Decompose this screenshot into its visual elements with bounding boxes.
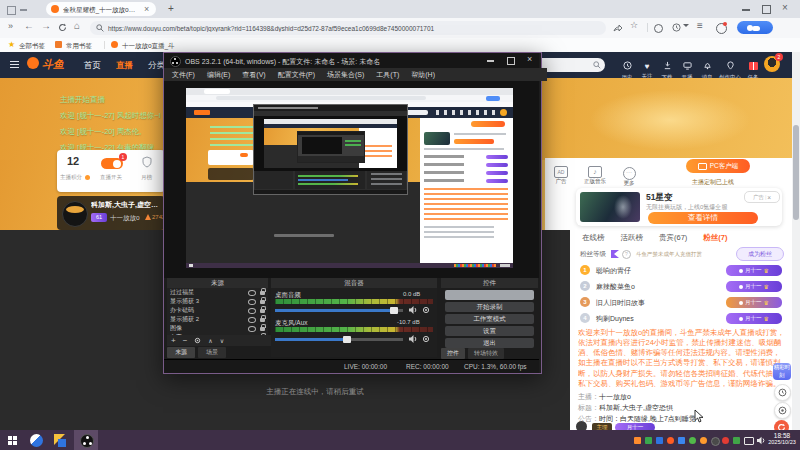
obs-preview[interactable] xyxy=(164,81,539,278)
window-minimize-button[interactable] xyxy=(742,9,750,11)
window-maximize-button[interactable] xyxy=(762,5,771,14)
move-down-icon[interactable]: ∨ xyxy=(220,337,224,344)
source-row[interactable]: 过过福星 xyxy=(167,288,268,297)
overflow-icon[interactable]: » xyxy=(8,21,13,31)
bookmark-live[interactable]: 十一放放o直播_斗 xyxy=(122,42,175,51)
bookmark-common[interactable]: 常用书签 xyxy=(66,42,92,51)
help-icon[interactable]: ? xyxy=(622,250,631,259)
site-search-icon[interactable] xyxy=(593,61,601,69)
action-more[interactable]: ··· 更多 xyxy=(614,160,644,182)
source-row[interactable]: 图像 xyxy=(167,324,268,333)
forward-icon[interactable]: → xyxy=(41,20,51,31)
douyu-logo-text[interactable]: 斗鱼 xyxy=(42,57,64,72)
nav-live[interactable]: 直播 xyxy=(116,60,133,72)
eye-icon[interactable] xyxy=(248,299,256,305)
highlight-pill-button[interactable]: 精彩时刻 xyxy=(773,363,791,380)
become-fan-button[interactable]: 成为粉丝 xyxy=(736,247,784,261)
volume-slider-track[interactable] xyxy=(275,338,403,341)
tray-icon[interactable] xyxy=(678,437,685,444)
lock-icon[interactable] xyxy=(260,291,265,295)
dock-tab-transitions[interactable]: 转场特效 xyxy=(468,348,504,359)
hamburger-icon[interactable] xyxy=(10,61,19,68)
tray-icon[interactable] xyxy=(667,437,674,444)
window-dash-icon[interactable] xyxy=(20,9,27,11)
action-ad[interactable]: AD 广告 xyxy=(546,160,576,182)
tray-monitor-icon[interactable] xyxy=(744,437,754,445)
back-icon[interactable]: ← xyxy=(24,20,34,31)
source-row[interactable]: 显示捕获 2 xyxy=(167,315,268,324)
refresh-icon[interactable] xyxy=(58,23,67,32)
header-item-history[interactable]: 历史 xyxy=(618,56,636,76)
dock-tab-sources[interactable]: 来源 xyxy=(167,347,195,358)
header-item-creator[interactable]: 创作中心 xyxy=(718,56,742,76)
url-bar[interactable]: https://www.douyu.com/beta/topic/jqxyran… xyxy=(90,21,606,35)
dock-tab-scenes[interactable]: 场景 xyxy=(198,347,226,358)
home-icon[interactable]: ⌂ xyxy=(74,20,80,31)
tray-icon[interactable] xyxy=(689,437,696,444)
speaker-icon[interactable] xyxy=(409,335,418,343)
header-item-messages[interactable]: 消息 xyxy=(698,56,716,76)
page-scrollbar-thumb[interactable] xyxy=(793,125,799,220)
streamer-name[interactable]: 十一放放o xyxy=(110,214,140,223)
start-recording-button[interactable]: 开始录制 xyxy=(445,302,534,312)
ad-cta-button[interactable]: 查看详情 xyxy=(648,212,758,224)
action-music[interactable]: ♪ 正版音乐 xyxy=(578,160,612,182)
start-streaming-button[interactable] xyxy=(445,290,534,300)
fan-row[interactable]: 1 聪响的青仔 月十一 ♛ xyxy=(570,262,792,278)
bookmark-all[interactable]: 全部书签 xyxy=(19,42,45,51)
header-item-tasks[interactable]: 任务 xyxy=(744,56,762,76)
obs-maximize-button[interactable] xyxy=(507,57,515,65)
history-caret-icon[interactable] xyxy=(683,24,689,27)
obs-menu-scene-collection[interactable]: 场景集合(S) xyxy=(327,70,364,80)
controls-dock-header[interactable]: 控件 xyxy=(441,278,538,288)
exit-button[interactable]: 退出 xyxy=(445,338,534,348)
source-settings-icon[interactable] xyxy=(194,337,201,344)
mixer-dock-header[interactable]: 混音器 xyxy=(271,278,437,288)
channel-settings-icon[interactable] xyxy=(422,335,430,343)
settings-button[interactable]: 设置 xyxy=(445,326,534,336)
eye-icon[interactable] xyxy=(248,290,256,296)
nav-home[interactable]: 首页 xyxy=(84,60,101,72)
sources-dock-header[interactable]: 来源 xyxy=(167,278,268,288)
fan-row[interactable]: 3 旧人旧时旧故事 月十一 ♛ xyxy=(570,294,792,310)
start-button[interactable] xyxy=(8,436,12,440)
ad-card[interactable]: 51星变 广告 | × 无限挂爽玩版，上线0氪爆全服 查看详情 xyxy=(576,188,782,226)
browser-tab[interactable]: 金秋星耀榜_十一放放o直播_斗 × xyxy=(46,2,156,16)
header-item-broadcast[interactable]: 开播 xyxy=(678,56,696,76)
window-menu-icon[interactable] xyxy=(7,6,16,15)
obs-minimize-button[interactable] xyxy=(487,60,494,62)
tab-close-button[interactable]: × xyxy=(144,4,149,14)
speaker-icon[interactable] xyxy=(409,306,418,314)
studio-mode-button[interactable]: 工作室模式 xyxy=(445,314,534,324)
tray-icon[interactable] xyxy=(656,437,663,444)
new-tab-button[interactable]: + xyxy=(168,3,174,14)
window-close-button[interactable]: × xyxy=(782,2,788,13)
tray-icon[interactable] xyxy=(634,437,641,444)
header-item-follow[interactable]: ♥ 关注 xyxy=(638,55,656,75)
taskbar-app-cloud[interactable] xyxy=(30,434,43,447)
tab-active[interactable]: 活跃榜 xyxy=(621,233,644,243)
tab-fans[interactable]: 粉丝(7) xyxy=(703,233,727,243)
tray-icon[interactable] xyxy=(700,437,707,444)
share-icon[interactable] xyxy=(613,23,622,32)
lock-icon[interactable] xyxy=(260,300,265,304)
source-row[interactable]: 办卡砝码 xyxy=(167,306,268,315)
taskbar-app-l[interactable] xyxy=(54,434,67,447)
obs-menu-view[interactable]: 查看(V) xyxy=(242,70,265,80)
obs-menu-profile[interactable]: 配置文件(P) xyxy=(278,70,315,80)
obs-close-button[interactable]: × xyxy=(527,54,532,64)
channel-settings-icon[interactable] xyxy=(422,306,430,314)
streamer-avatar[interactable] xyxy=(62,201,88,227)
volume-slider-knob[interactable] xyxy=(390,307,398,314)
lock-icon[interactable] xyxy=(260,309,265,313)
history-icon[interactable] xyxy=(672,23,681,32)
obs-menu-help[interactable]: 帮助(H) xyxy=(411,70,435,80)
move-up-icon[interactable]: ∧ xyxy=(208,337,212,344)
tray-volume-icon[interactable] xyxy=(757,436,766,445)
eye-icon[interactable] xyxy=(248,308,256,314)
eye-icon[interactable] xyxy=(248,317,256,323)
remove-source-icon[interactable]: − xyxy=(183,336,188,345)
cloud-sync-button[interactable] xyxy=(737,21,773,34)
pc-client-button[interactable]: PC客户端 xyxy=(686,159,750,173)
bookmark-star-icon[interactable]: ☆ xyxy=(630,20,638,30)
